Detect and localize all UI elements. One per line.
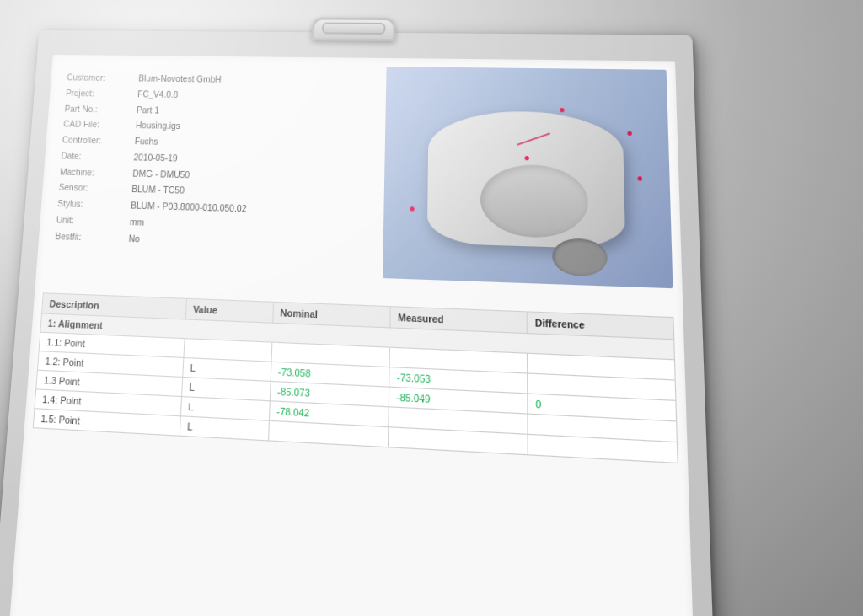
paper: Customer: Blum-Novotest GmbH Project: FC…	[9, 55, 695, 616]
info-row-cadfile: CAD File: Housing.igs	[63, 118, 326, 137]
controller-label: Controller:	[62, 133, 135, 148]
date-value: 2010-05-19	[133, 151, 178, 165]
cad-image	[383, 67, 673, 288]
sensor-value: BLUM - TC50	[131, 183, 185, 198]
bestfit-value: No	[128, 232, 140, 246]
unit-label: Unit:	[56, 213, 130, 229]
project-value: FC_V4.0.8	[137, 88, 179, 101]
customer-label: Customer:	[67, 72, 139, 86]
cad-body	[427, 110, 625, 249]
sensor-label: Sensor:	[58, 181, 132, 196]
clipboard: Customer: Blum-Novotest GmbH Project: FC…	[0, 30, 716, 616]
date-label: Date:	[61, 149, 134, 164]
partno-label: Part No.:	[64, 102, 137, 116]
info-row-project: Project: FC_V4.0.8	[65, 87, 326, 104]
controller-value: Fuchs	[134, 135, 158, 148]
info-section: Customer: Blum-Novotest GmbH Project: FC…	[55, 72, 328, 254]
machine-label: Machine:	[60, 165, 133, 180]
clip-inner	[322, 23, 386, 35]
marker-dot-4	[410, 206, 414, 211]
stylus-value: BLUM - P03.8000-010.050.02	[131, 199, 247, 216]
measurement-table: Description Value Nominal Measured Diffe…	[33, 292, 678, 463]
customer-value: Blum-Novotest GmbH	[138, 72, 222, 87]
cad-part	[400, 84, 653, 270]
info-row-customer: Customer: Blum-Novotest GmbH	[67, 72, 328, 88]
unit-value: mm	[129, 216, 144, 230]
bestfit-label: Bestfit:	[55, 229, 129, 245]
project-label: Project:	[65, 87, 137, 101]
cad-detail2	[552, 238, 608, 276]
marker-dot-5	[525, 156, 529, 160]
machine-value: DMG - DMU50	[132, 167, 190, 182]
stylus-label: Stylus:	[57, 197, 131, 213]
cadfile-value: Housing.igs	[135, 119, 180, 133]
partno-value: Part 1	[137, 104, 160, 117]
cadfile-label: CAD File:	[63, 118, 137, 132]
clipboard-clip	[312, 18, 396, 50]
table-section: Description Value Nominal Measured Diffe…	[33, 292, 678, 463]
marker-dot-3	[637, 176, 642, 181]
cad-detail1	[480, 163, 588, 238]
marker-dot-2	[627, 131, 631, 136]
marker-dot-1	[560, 108, 564, 112]
perspective-container: Customer: Blum-Novotest GmbH Project: FC…	[0, 0, 863, 616]
row-value: L	[180, 416, 269, 441]
info-row-partno: Part No.: Part 1	[64, 102, 326, 120]
